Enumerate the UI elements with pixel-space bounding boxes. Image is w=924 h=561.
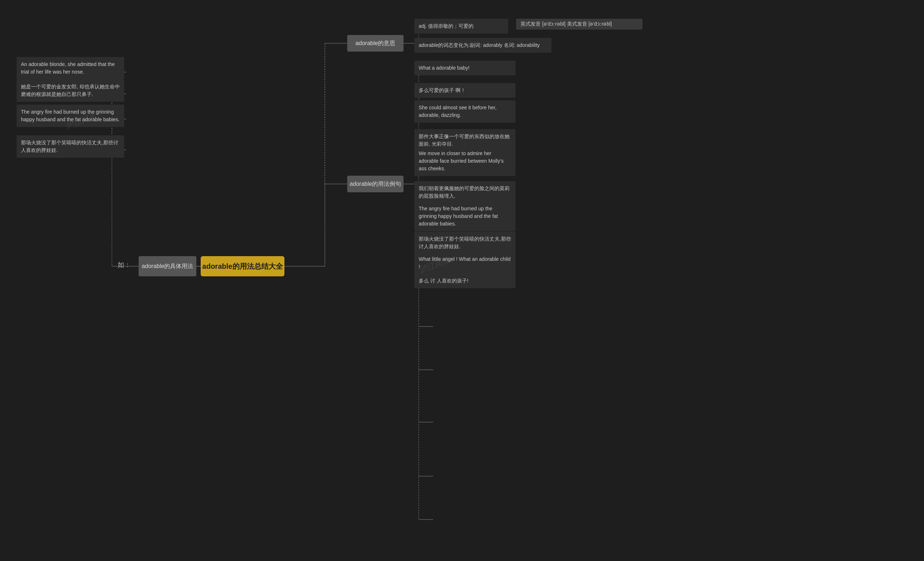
right-node-examples: adorable的用法例句	[347, 176, 404, 192]
central-node: adorable的用法总结大全	[201, 256, 284, 276]
meaning-morphology: adorable的词态变化为:副词: adorably 名词: adorabil…	[414, 38, 552, 53]
example-5-zh: 多么 讨 人喜欢的孩子!	[414, 274, 515, 288]
example-1-en: What a adorable baby!	[414, 61, 515, 75]
example-3-zh: 我们朝着更佩服她的可爱的脸之间的莫莉的屁股脸颊埋入.	[414, 181, 515, 203]
left-example-2-zh: 那场火烧没了那个笑嘻嘻的快活丈夫,那些讨人喜欢的胖娃娃.	[16, 135, 124, 158]
meaning-adj-box: adj. 值得崇敬的；可爱的	[414, 19, 508, 34]
example-3-en: We move in closer to admire her adorable…	[414, 146, 515, 176]
example-4-zh: 那场火烧没了那个笑嘻嘻的快活丈夫,那些讨人喜欢的胖娃娃.	[414, 232, 515, 254]
left-branch-node: adorable的具体用法	[139, 256, 196, 276]
example-4-en: The angry fire had burned up the grinnin…	[414, 201, 515, 231]
right-node-meaning: adorable的意思	[347, 35, 404, 52]
example-2-en: She could almost see it before her, ador…	[414, 100, 515, 123]
left-example-2-en: The angry fire had burned up the grinnin…	[16, 105, 124, 127]
left-example-1-zh: 她是一个可爱的金发女郎, 却也承认她生命中磨难的根源就是她自己那只鼻子.	[16, 79, 124, 102]
example-5-en: What little angel ! What an adorable chi…	[414, 252, 515, 274]
left-example-1-en: An adorable blonde, she admitted that th…	[16, 57, 124, 79]
example-1-zh: 多么可爱的孩子 啊！	[414, 83, 515, 98]
meaning-pronunciation: 英式发音 [ə'dɔːrəbl] 美式发音 [ə'dɔːrəbl]	[516, 19, 642, 30]
ru-label: 如：	[118, 260, 130, 269]
